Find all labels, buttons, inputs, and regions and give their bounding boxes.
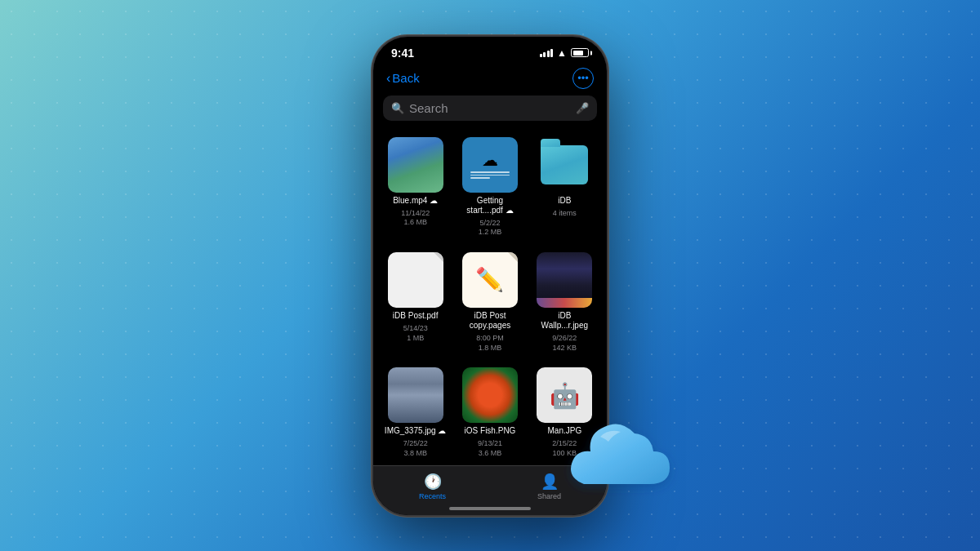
dynamic-island <box>479 45 501 52</box>
pages-thumbnail: ✏️ <box>462 252 518 308</box>
file-name: iDB <box>558 196 571 206</box>
folder-shape <box>541 145 588 184</box>
scene: 9:41 ▲ ‹ Bac <box>372 35 608 517</box>
file-thumbnail: ✏️ <box>462 252 518 308</box>
file-name: iDB Post copy.pages <box>459 311 521 331</box>
file-meta: 5/14/231 MB <box>403 324 428 343</box>
home-indicator <box>449 507 531 510</box>
file-name: Getting start....pdf ☁ <box>459 196 521 216</box>
file-thumbnail <box>537 252 592 308</box>
curtain-thumbnail <box>388 367 443 423</box>
list-item[interactable]: iOS Fish.PNG 9/13/213.6 MB <box>454 361 525 463</box>
wallpaper-thumbnail <box>537 252 592 308</box>
mic-icon: 🎤 <box>576 102 589 114</box>
file-meta: 9/13/213.6 MB <box>478 439 502 458</box>
file-meta: 5/2/221.2 MB <box>479 219 502 238</box>
file-name: iOS Fish.PNG <box>465 426 516 436</box>
more-button[interactable]: ••• <box>572 68 594 89</box>
file-name: iDB Post.pdf <box>393 311 439 321</box>
icloud-decoration-icon <box>543 411 682 509</box>
file-thumbnail <box>388 252 443 308</box>
file-meta: 9/26/22142 KB <box>552 334 577 353</box>
file-thumbnail: ☁ <box>462 137 518 193</box>
list-item[interactable]: ☁ Getting start....pdf ☁ 5/2/221.2 MB <box>454 131 525 242</box>
nav-bar: ‹ Back ••• <box>373 63 607 92</box>
list-item[interactable]: iDB Post.pdf 5/14/231 MB <box>380 246 451 358</box>
pages-pencil-icon: ✏️ <box>475 266 504 293</box>
tab-recents-label: Recents <box>419 492 446 500</box>
file-thumbnail <box>388 367 443 423</box>
file-thumbnail <box>462 367 518 423</box>
ellipsis-icon: ••• <box>577 72 589 84</box>
file-name: IMG_3375.jpg ☁ <box>385 426 447 436</box>
search-icon: 🔍 <box>391 102 404 114</box>
file-meta: 7/25/223.8 MB <box>403 439 428 458</box>
back-label: Back <box>392 71 419 85</box>
status-time: 9:41 <box>391 47 414 60</box>
tab-recents[interactable]: 🕐 Recents <box>419 473 446 500</box>
fish-thumbnail <box>462 367 518 423</box>
pdf-thumbnail <box>388 252 443 308</box>
file-name: Blue.mp4 ☁ <box>393 196 438 206</box>
file-thumbnail <box>537 137 592 193</box>
clock-icon: 🕐 <box>424 473 442 491</box>
search-bar[interactable]: 🔍 Search 🎤 <box>383 96 597 121</box>
status-icons: ▲ <box>540 47 589 59</box>
file-meta: 4 items <box>553 209 577 219</box>
list-item[interactable]: IMG_3375.jpg ☁ 7/25/223.8 MB <box>380 361 451 463</box>
back-button[interactable]: ‹ Back <box>386 71 420 86</box>
doc-lines <box>470 171 510 179</box>
chevron-left-icon: ‹ <box>386 71 390 86</box>
battery-fill <box>573 51 584 56</box>
search-placeholder: Search <box>409 101 571 115</box>
file-thumbnail <box>388 137 443 193</box>
file-meta: 8:00 PM1.8 MB <box>476 334 504 353</box>
cloud-doc-icon: ☁ <box>482 150 498 170</box>
landscape-thumbnail <box>388 137 443 193</box>
wallpaper-bar <box>537 298 592 308</box>
battery-icon <box>571 48 589 57</box>
list-item[interactable]: iDB Wallp...r.jpeg 9/26/22142 KB <box>529 246 600 358</box>
file-meta: 11/14/221.6 MB <box>401 209 430 228</box>
signal-bars-icon <box>540 49 554 57</box>
file-name: iDB Wallp...r.jpeg <box>533 311 595 331</box>
wifi-icon: ▲ <box>557 47 567 59</box>
list-item[interactable]: ✏️ iDB Post copy.pages 8:00 PM1.8 MB <box>454 246 525 358</box>
list-item[interactable]: Blue.mp4 ☁ 11/14/221.6 MB <box>380 131 451 242</box>
blue-doc-thumbnail: ☁ <box>462 137 518 193</box>
list-item[interactable]: iDB 4 items <box>529 131 600 242</box>
folder-thumbnail <box>537 137 592 193</box>
